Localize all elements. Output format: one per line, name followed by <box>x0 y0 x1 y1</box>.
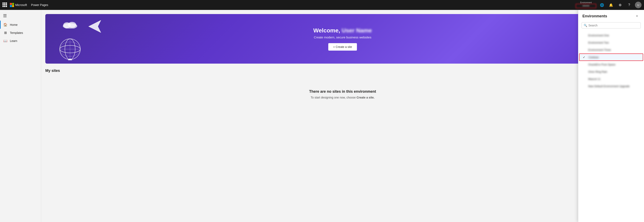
my-sites-title: My sites <box>45 69 640 73</box>
environment-button[interactable]: •••••••• <box>576 4 596 8</box>
svg-point-2 <box>68 22 76 28</box>
env-check-4: ✓ <box>583 56 587 59</box>
microsoft-logo: Microsoft <box>10 3 27 7</box>
plane-decoration <box>86 18 103 36</box>
env-search-wrapper: 🔍 <box>578 21 644 30</box>
svg-rect-13 <box>69 59 71 60</box>
app-name: Power Pages <box>31 3 48 7</box>
empty-state-sub: To start designing one now, choose Creat… <box>50 96 636 99</box>
brand-name: Microsoft <box>15 3 27 7</box>
globe-icon[interactable]: 🌐 <box>599 2 605 8</box>
env-panel-title: Environments <box>582 14 607 18</box>
env-search-input[interactable] <box>582 22 641 29</box>
env-item-8[interactable]: New Default Environment Upgrade <box>578 83 644 90</box>
env-name-1: Environment One <box>588 34 609 37</box>
env-name-8: New Default Environment Upgrade <box>588 85 630 88</box>
env-name-3: Environment Three <box>588 48 611 51</box>
env-panel-header: Environments × <box>578 10 644 21</box>
hero-banner: Welcome, User Name Create modern, secure… <box>45 14 640 64</box>
env-item-5[interactable]: OracleEnv Pure Space <box>578 61 644 68</box>
env-panel-close-button[interactable]: × <box>634 13 640 19</box>
templates-icon: ⊞ <box>3 31 8 35</box>
env-item-7[interactable]: Mascot 11 <box>578 75 644 83</box>
hamburger-button[interactable] <box>2 12 8 19</box>
env-name-4: Contoso <box>588 56 598 59</box>
sidebar-item-learn-label: Learn <box>10 39 17 43</box>
help-icon[interactable]: ? <box>626 2 632 8</box>
globe-decoration <box>58 37 82 62</box>
create-site-button[interactable]: + Create a site <box>328 43 357 51</box>
gear-icon[interactable]: ⚙ <box>617 2 624 8</box>
hero-content: Welcome, User Name Create modern, secure… <box>313 27 372 51</box>
hero-welcome: Welcome, User Name <box>313 27 372 34</box>
sidebar-item-home-label: Home <box>10 23 18 26</box>
sidebar-item-templates[interactable]: ⊞ Templates <box>0 29 41 37</box>
env-list: Environment One Environment Two Environm… <box>578 30 644 222</box>
cloud-left-icon <box>62 20 78 29</box>
avatar[interactable]: U <box>635 2 642 8</box>
env-name-6: Orion Ring Rain <box>588 70 607 73</box>
my-sites-section: My sites There are no sites in this envi… <box>41 64 644 117</box>
layout: 🏠 Home ⊞ Templates 📖 Learn <box>0 10 644 222</box>
bell-icon[interactable]: 🔔 <box>608 2 614 8</box>
env-item-4[interactable]: ✓ Contoso <box>579 53 643 61</box>
topbar: Microsoft Power Pages Environment ••••••… <box>0 0 644 10</box>
env-item-3[interactable]: Environment Three <box>578 46 644 53</box>
empty-cta-link: Create a site. <box>356 96 374 99</box>
env-item-6[interactable]: Orion Ring Rain <box>578 68 644 75</box>
sidebar-item-home[interactable]: 🏠 Home <box>0 21 41 29</box>
sidebar: 🏠 Home ⊞ Templates 📖 Learn <box>0 10 41 222</box>
env-name-7: Mascot 11 <box>588 77 600 80</box>
sidebar-item-learn[interactable]: 📖 Learn <box>0 37 41 45</box>
main-content: Welcome, User Name Create modern, secure… <box>41 10 644 222</box>
hero-subtitle: Create modern, secure business websites <box>313 36 372 39</box>
environment-label: Environment <box>580 2 592 4</box>
learn-icon: 📖 <box>3 39 8 43</box>
env-name-2: Environment Two <box>588 41 609 44</box>
sidebar-item-templates-label: Templates <box>10 31 23 35</box>
empty-state: There are no sites in this environment T… <box>45 77 640 112</box>
env-name-5: OracleEnv Pure Space <box>588 63 615 66</box>
env-item-2[interactable]: Environment Two <box>578 39 644 46</box>
empty-state-title: There are no sites in this environment <box>50 89 636 94</box>
waffle-menu[interactable] <box>2 3 8 8</box>
home-icon: 🏠 <box>3 23 8 27</box>
environment-selector[interactable]: Environment •••••••• <box>576 2 596 8</box>
ms-logo-icon <box>10 3 14 7</box>
environments-panel: Environments × 🔍 Environment One Environ… <box>578 10 644 222</box>
env-item-1[interactable]: Environment One <box>578 32 644 39</box>
